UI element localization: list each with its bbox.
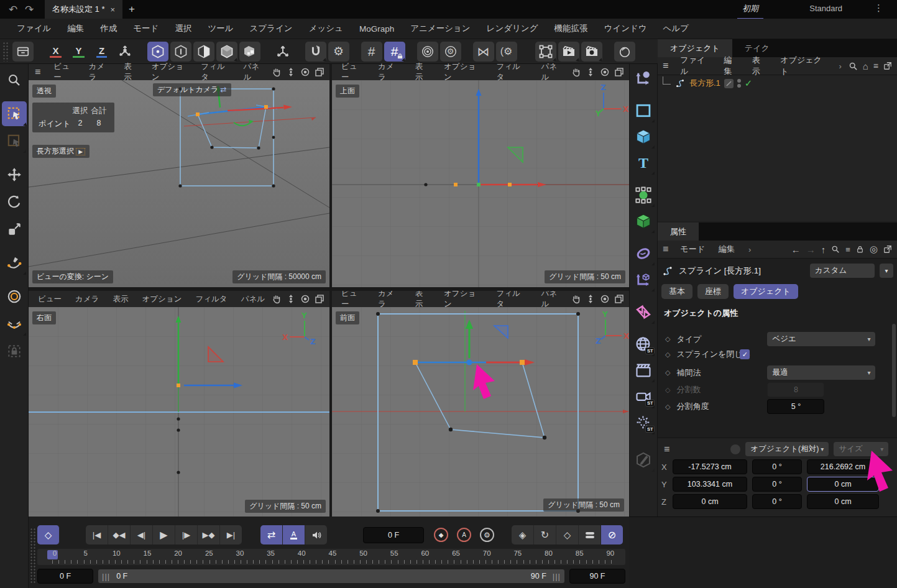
- search-icon[interactable]: [831, 245, 840, 254]
- edge-mode-button[interactable]: [170, 42, 191, 62]
- interpolation-dropdown[interactable]: 最適▾: [767, 365, 875, 380]
- viewport-menu-item[interactable]: ビュー: [334, 288, 371, 310]
- viewport-menu-item[interactable]: フィルタ: [490, 62, 535, 83]
- object-name[interactable]: 長方形.1: [689, 78, 720, 89]
- model-mode-button[interactable]: [216, 42, 237, 62]
- stage-object-tool[interactable]: [631, 357, 656, 384]
- type-dropdown[interactable]: ベジエ▾: [767, 332, 875, 346]
- primitive-cube-tool[interactable]: [631, 124, 656, 150]
- lock-z-axis-button[interactable]: Z: [91, 42, 113, 62]
- section-title[interactable]: オブジェクトの属性: [658, 303, 897, 320]
- current-frame-field[interactable]: 0 F: [363, 527, 424, 543]
- toolbar-drag-handle[interactable]: [2, 42, 9, 62]
- redo-icon[interactable]: ↷: [21, 3, 37, 16]
- maximize-viewport-icon[interactable]: [614, 294, 624, 304]
- rot-y-field[interactable]: 0 °: [752, 477, 802, 492]
- viewport-menu-item[interactable]: 表示: [408, 62, 437, 83]
- am-menu-mode[interactable]: モード: [673, 244, 712, 255]
- goto-start-button[interactable]: |◀: [86, 525, 108, 544]
- rot-x-field[interactable]: 0 °: [752, 459, 802, 474]
- render-settings-button[interactable]: [581, 42, 602, 62]
- menu-item[interactable]: モード: [125, 23, 167, 34]
- am-menu-edit[interactable]: 編集: [712, 244, 742, 255]
- snap-magnet-button[interactable]: [305, 42, 326, 62]
- goto-end-button[interactable]: ▶|: [220, 525, 242, 544]
- goto-prev-frame-button[interactable]: ◀|: [131, 525, 153, 544]
- timeline-ruler[interactable]: 051015202530354045505560657075808590: [37, 549, 625, 565]
- render-view-button[interactable]: [558, 42, 579, 62]
- axis-workplane-icon[interactable]: [631, 65, 656, 91]
- key-scale-button[interactable]: ◇: [556, 525, 579, 544]
- kebab-menu-icon[interactable]: ⋮: [874, 2, 883, 14]
- viewport-persp[interactable]: 透視 デフォルトカメラ ⇄ 選択合計 ポイント28 長方形選択 ▶ ビューの変換…: [29, 80, 329, 287]
- document-tab[interactable]: 名称未設定 1 * ×: [45, 0, 122, 19]
- menu-item[interactable]: アニメーション: [402, 23, 478, 34]
- preset-dropdown[interactable]: カスタム: [810, 264, 875, 278]
- symmetry-tool[interactable]: [631, 299, 656, 325]
- range-start-field[interactable]: 0 F: [37, 569, 93, 584]
- undo-box-icon[interactable]: [12, 42, 34, 62]
- search-commander-icon[interactable]: [2, 68, 27, 93]
- close-spline-checkbox[interactable]: ✓: [740, 349, 750, 359]
- maximize-viewport-icon[interactable]: [315, 67, 324, 77]
- point-mode-button[interactable]: [147, 42, 168, 62]
- zoom-icon[interactable]: [586, 294, 596, 304]
- generator-cube-tool[interactable]: [631, 208, 656, 234]
- rectangle-select-tool[interactable]: [2, 101, 27, 126]
- camera-label[interactable]: デフォルトカメラ ⇄: [153, 83, 231, 96]
- undo-icon[interactable]: ↶: [5, 3, 21, 16]
- viewport-top[interactable]: ZXY 上面 グリッド間隔 : 50 cm: [332, 80, 629, 287]
- menu-item[interactable]: 編集: [59, 23, 92, 34]
- menu-item[interactable]: スプライン: [242, 23, 301, 34]
- viewport-menu-item[interactable]: パネル: [535, 288, 571, 310]
- menu-item[interactable]: 機能拡張: [546, 23, 596, 34]
- am-menu-overflow[interactable]: ›: [742, 245, 758, 254]
- coord-mode-dropdown[interactable]: オブジェクト(相対)▾: [745, 442, 829, 456]
- key-position-button[interactable]: ◈: [512, 525, 534, 544]
- autokey-record-button[interactable]: A: [457, 528, 471, 542]
- viewport-splitter-horizontal[interactable]: [29, 287, 629, 291]
- viewport-menu-item[interactable]: 表示: [117, 62, 145, 83]
- search-icon[interactable]: [849, 62, 858, 71]
- hamburger-icon[interactable]: ≡: [658, 60, 673, 71]
- close-tab-icon[interactable]: ×: [111, 5, 116, 14]
- menu-item[interactable]: ファイル: [9, 23, 59, 34]
- visibility-dots[interactable]: [737, 79, 741, 88]
- interactive-render-icon[interactable]: [614, 42, 635, 62]
- orbit-icon[interactable]: [300, 294, 310, 304]
- viewport-menu-item[interactable]: パネル: [234, 294, 272, 305]
- viewport-front[interactable]: YXZ 前面 グリッド間隔 : 50 cm: [332, 307, 629, 517]
- object-tree[interactable]: 長方形.1 ✓: [658, 75, 897, 221]
- om-menu-view[interactable]: 表示: [745, 55, 773, 77]
- viewport-right[interactable]: YXZ 右面 グリッド間隔 : 50 cm: [29, 307, 329, 517]
- grid-snap-button[interactable]: #: [361, 42, 382, 62]
- pan-hand-icon[interactable]: [571, 294, 581, 304]
- scrollbar[interactable]: [892, 324, 896, 417]
- enabled-check-icon[interactable]: ✓: [745, 78, 753, 89]
- viewport-menu-item[interactable]: カメラ: [68, 294, 106, 305]
- spline-rectangle-tool[interactable]: [631, 98, 656, 124]
- loop-mode-button[interactable]: ⇄: [260, 525, 283, 544]
- viewport-menu-item[interactable]: フィルタ: [188, 294, 234, 305]
- goto-next-key-button[interactable]: ▶◆: [198, 525, 220, 544]
- scale-tool[interactable]: [2, 217, 27, 242]
- light-object-tool[interactable]: ST: [631, 410, 656, 436]
- tab-attributes[interactable]: 属性: [658, 223, 699, 241]
- keyframe-diamond-icon[interactable]: ◇: [665, 403, 670, 411]
- lock-icon[interactable]: [856, 245, 864, 254]
- snap-settings-gear-icon[interactable]: ⚙: [328, 42, 349, 62]
- menu-item[interactable]: ヘルプ: [655, 23, 697, 34]
- pan-hand-icon[interactable]: [571, 67, 581, 77]
- pos-y-field[interactable]: 103.3341 cm: [673, 477, 747, 492]
- sky-object-tool[interactable]: ST: [631, 331, 656, 357]
- layout-tab-standard[interactable]: Standard: [809, 4, 842, 13]
- viewport-menu-item[interactable]: ビュー: [47, 62, 81, 83]
- menu-item[interactable]: 選択: [167, 23, 200, 34]
- hamburger-icon[interactable]: ≡: [658, 244, 673, 255]
- viewport-menu-item[interactable]: フィルタ: [490, 288, 535, 310]
- viewport-menu-item[interactable]: オプション: [135, 294, 188, 305]
- sound-button[interactable]: [305, 525, 327, 544]
- viewport-menu-item[interactable]: パネル: [236, 62, 272, 83]
- goto-next-frame-button[interactable]: |▶: [175, 525, 198, 544]
- history-back-icon[interactable]: ←: [791, 244, 801, 255]
